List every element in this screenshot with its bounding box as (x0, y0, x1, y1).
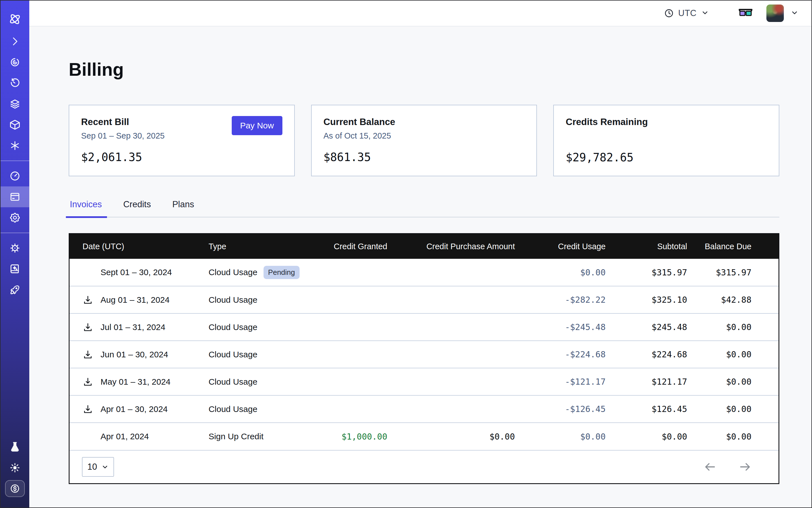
asterisk-icon (9, 140, 21, 152)
download-invoice-button[interactable] (83, 404, 93, 415)
status-badge: Pending (263, 266, 299, 279)
sidebar-item-badge-dollar[interactable] (1, 478, 29, 499)
download-icon (83, 349, 93, 360)
subtotal-value: $0.00 (661, 432, 687, 441)
3d-glasses-icon[interactable] (738, 8, 753, 18)
download-icon (83, 377, 93, 387)
sidebar-divider (1, 232, 29, 233)
balance-due-value: $0.00 (726, 432, 752, 441)
invoice-date: May 01 – 31, 2024 (100, 377, 171, 387)
invoice-type: Cloud Usage (209, 267, 257, 277)
balance-due-value: $315.97 (716, 267, 752, 278)
credits-button[interactable] (5, 480, 25, 497)
sidebar-item-gauge[interactable] (1, 166, 29, 186)
recent-bill-amount: $2,061.35 (81, 151, 283, 164)
invoice-type: Sign Up Credit (209, 432, 263, 441)
app-window: UTC Billing Recent Bill Sep 01 – Sep 3 (0, 0, 812, 508)
sidebar-item-history[interactable] (1, 73, 29, 93)
sidebar-item-asterisk[interactable] (1, 135, 29, 156)
sidebar-item-rocket[interactable] (1, 279, 29, 300)
sidebar-item-billing-card[interactable] (1, 186, 29, 207)
logo-orbit-icon (8, 12, 22, 26)
sidebar-item-cube[interactable] (1, 114, 29, 135)
sidebar-item-chevron-right[interactable] (1, 31, 29, 52)
table-header-row: Date (UTC)TypeCredit GrantedCredit Purch… (70, 234, 778, 259)
invoice-row: Apr 01, 2024 Sign Up Credit $1,000.00 $0… (70, 423, 778, 450)
credit-granted-value: $1,000.00 (342, 432, 387, 441)
sidebar-item-logo-orbit[interactable] (1, 7, 29, 31)
sidebar-item-flask[interactable] (1, 436, 29, 457)
book-sparkle-icon (9, 263, 21, 275)
invoice-row: Sept 01 – 30, 2024 Cloud Usage Pending $… (70, 259, 778, 286)
credit-usage-value: -$245.48 (565, 322, 606, 332)
subtotal-value: $126.45 (651, 404, 687, 414)
page-size-select[interactable]: 10 (82, 457, 114, 477)
credits-remaining-card: Credits Remaining $29,782.65 (553, 105, 779, 176)
sidebar (1, 1, 29, 507)
rocket-icon (9, 284, 21, 296)
download-icon (83, 295, 93, 305)
sidebar-item-helm[interactable] (1, 238, 29, 258)
sidebar-item-book-sparkle[interactable] (1, 258, 29, 279)
user-avatar[interactable] (766, 4, 784, 22)
invoice-row: Apr 01 – 30, 2024 Cloud Usage -$126.45 $… (70, 395, 778, 423)
column-header: Date (UTC) (70, 234, 195, 259)
invoice-date: Aug 01 – 31, 2024 (100, 295, 170, 305)
download-invoice-button[interactable] (83, 349, 93, 360)
invoice-row: Aug 01 – 31, 2024 Cloud Usage -$282.22 $… (70, 286, 778, 313)
badge-dollar-icon (9, 483, 20, 494)
arrow-right-icon (738, 460, 752, 473)
download-icon (83, 322, 93, 333)
balance-due-value: $0.00 (726, 377, 752, 387)
billing-tabs: InvoicesCreditsPlans (69, 199, 779, 217)
timezone-label: UTC (678, 8, 696, 18)
history-icon (9, 77, 21, 89)
card-title: Current Balance (324, 117, 525, 127)
credit-usage-value: -$121.17 (565, 377, 606, 387)
chevron-down-icon (101, 463, 109, 471)
column-header: Credit Purchase Amount (404, 234, 531, 259)
credit-usage-value: $0.00 (580, 267, 606, 278)
download-icon (83, 404, 93, 415)
subtotal-value: $224.68 (651, 349, 687, 359)
cube-icon (9, 119, 21, 131)
previous-page-button[interactable] (703, 460, 717, 473)
spiral-eye-icon (9, 56, 21, 68)
current-balance-amount: $861.35 (324, 151, 525, 164)
layers-icon (9, 98, 21, 110)
table-pagination: 10 (70, 450, 778, 483)
pay-now-button[interactable]: Pay Now (232, 116, 283, 135)
credit-usage-value: -$282.22 (565, 295, 606, 305)
account-menu-chevron-icon[interactable] (790, 9, 799, 18)
invoices-table: Date (UTC)TypeCredit GrantedCredit Purch… (69, 233, 779, 484)
column-header: Subtotal (623, 234, 704, 259)
tab-plans[interactable]: Plans (171, 199, 196, 217)
subtotal-value: $121.17 (651, 377, 687, 387)
download-invoice-button[interactable] (83, 322, 93, 333)
download-invoice-button[interactable] (83, 295, 93, 305)
flask-icon (9, 441, 21, 453)
column-header: Credit Granted (309, 234, 404, 259)
next-page-button[interactable] (738, 460, 752, 473)
sidebar-item-settings-gear[interactable] (1, 207, 29, 228)
download-invoice-button[interactable] (83, 377, 93, 387)
column-header: Type (195, 234, 309, 259)
current-balance-card: Current Balance As of Oct 15, 2025 $861.… (311, 105, 537, 176)
sidebar-item-sun[interactable] (1, 457, 29, 478)
arrow-left-icon (703, 460, 717, 473)
subtotal-value: $315.97 (651, 267, 687, 278)
billing-card-icon (9, 191, 21, 203)
timezone-selector[interactable]: UTC (664, 8, 709, 18)
column-header: Credit Usage (532, 234, 623, 259)
sidebar-item-spiral-eye[interactable] (1, 52, 29, 73)
recent-bill-card: Recent Bill Sep 01 – Sep 30, 2025 $2,061… (69, 105, 295, 176)
invoice-date: Sept 01 – 30, 2024 (100, 267, 172, 277)
invoice-type: Cloud Usage (209, 350, 257, 359)
invoice-date: Jul 01 – 31, 2024 (100, 323, 165, 332)
invoice-type: Cloud Usage (209, 295, 257, 305)
tab-invoices[interactable]: Invoices (69, 199, 103, 217)
tab-credits[interactable]: Credits (122, 199, 152, 217)
card-subtitle: As of Oct 15, 2025 (324, 131, 525, 140)
balance-due-value: $42.88 (721, 295, 752, 305)
sidebar-item-layers[interactable] (1, 93, 29, 114)
